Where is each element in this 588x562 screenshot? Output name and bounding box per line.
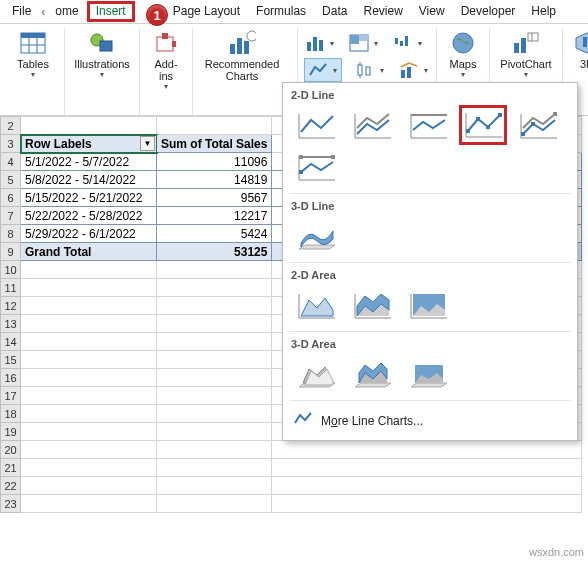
chart-type-area[interactable] bbox=[293, 287, 339, 325]
addins-label: Add- ins bbox=[154, 58, 177, 82]
tab-review[interactable]: Review bbox=[355, 1, 410, 22]
row-header[interactable]: 20 bbox=[1, 441, 21, 459]
maps-button[interactable]: Maps ▾ bbox=[443, 28, 483, 81]
filter-dropdown-icon[interactable]: ▼ bbox=[140, 136, 155, 151]
addins-button[interactable]: Add- ins ▾ bbox=[146, 28, 186, 93]
svg-rect-15 bbox=[307, 42, 311, 51]
tab-page-layout[interactable]: Page Layout bbox=[165, 1, 248, 22]
tab-formulas[interactable]: Formulas bbox=[248, 1, 314, 22]
pivot-cell[interactable]: 14819 bbox=[157, 171, 272, 189]
shapes-icon bbox=[88, 30, 116, 56]
recommended-charts-icon bbox=[228, 30, 256, 56]
illustrations-button[interactable]: Illustrations ▾ bbox=[71, 28, 133, 81]
chart-type-100pct-stacked-area[interactable] bbox=[405, 287, 451, 325]
row-header[interactable]: 18 bbox=[1, 405, 21, 423]
chart-type-100pct-stacked-line-markers[interactable] bbox=[293, 149, 339, 187]
pivotchart-button[interactable]: PivotChart ▾ bbox=[496, 28, 556, 81]
tab-data[interactable]: Data bbox=[314, 1, 355, 22]
svg-rect-7 bbox=[157, 37, 173, 51]
callout-1: 1 bbox=[146, 4, 168, 26]
row-header[interactable]: 8 bbox=[1, 225, 21, 243]
chart-type-3d-100pct-stacked-area[interactable] bbox=[405, 356, 451, 394]
svg-rect-22 bbox=[400, 41, 403, 46]
chevron-down-icon: ▾ bbox=[372, 39, 380, 48]
column-chart-button[interactable]: ▾ bbox=[304, 32, 336, 54]
row-header[interactable]: 3 bbox=[1, 135, 21, 153]
recommended-charts-button[interactable]: Recommended Charts bbox=[199, 28, 285, 84]
pivot-cell[interactable]: 5/29/2022 - 6/1/2022 bbox=[21, 225, 157, 243]
ribbon-tabs: File ‹ ome Insert Page Layout Formulas D… bbox=[0, 0, 588, 24]
pivot-row-labels-header[interactable]: Row Labels ▼ bbox=[21, 135, 157, 153]
row-header[interactable]: 22 bbox=[1, 477, 21, 495]
3d-map-icon bbox=[573, 30, 588, 56]
line-chart-button[interactable]: ▾ bbox=[304, 58, 342, 82]
3d-map-button[interactable]: 3D bbox=[569, 28, 588, 72]
svg-rect-56 bbox=[498, 113, 502, 117]
svg-rect-6 bbox=[100, 41, 112, 51]
svg-rect-1 bbox=[21, 33, 45, 38]
pivot-grand-total-value[interactable]: 53125 bbox=[157, 243, 272, 261]
row-header[interactable]: 6 bbox=[1, 189, 21, 207]
row-header[interactable]: 14 bbox=[1, 333, 21, 351]
svg-rect-37 bbox=[514, 43, 519, 53]
svg-rect-29 bbox=[407, 67, 411, 78]
row-header[interactable]: 5 bbox=[1, 171, 21, 189]
chart-type-stacked-line[interactable] bbox=[349, 107, 395, 145]
tab-scroll-left-icon[interactable]: ‹ bbox=[39, 5, 47, 19]
tab-help[interactable]: Help bbox=[523, 1, 564, 22]
svg-rect-39 bbox=[528, 33, 538, 41]
waterfall-chart-button[interactable]: ▾ bbox=[392, 32, 424, 54]
more-line-charts[interactable]: More Line Charts... bbox=[283, 405, 577, 436]
pivot-grand-total-label[interactable]: Grand Total bbox=[21, 243, 157, 261]
pivot-cell[interactable]: 11096 bbox=[157, 153, 272, 171]
chart-type-stacked-line-markers[interactable] bbox=[515, 107, 561, 145]
pivot-cell[interactable]: 12217 bbox=[157, 207, 272, 225]
chart-type-3d-line[interactable] bbox=[293, 218, 339, 256]
pivot-cell[interactable]: 9567 bbox=[157, 189, 272, 207]
hierarchy-chart-button[interactable]: ▾ bbox=[348, 32, 380, 54]
chart-type-100pct-stacked-line[interactable] bbox=[405, 107, 451, 145]
statistic-chart-button[interactable]: ▾ bbox=[354, 58, 386, 82]
row-header[interactable]: 7 bbox=[1, 207, 21, 225]
tab-insert[interactable]: Insert bbox=[87, 1, 135, 22]
pivot-sum-header[interactable]: Sum of Total Sales bbox=[157, 135, 272, 153]
chart-type-3d-stacked-area[interactable] bbox=[349, 356, 395, 394]
svg-rect-19 bbox=[350, 35, 359, 44]
row-header[interactable]: 21 bbox=[1, 459, 21, 477]
pivot-cell[interactable]: 5/22/2022 - 5/28/2022 bbox=[21, 207, 157, 225]
gallery-section-3d-area: 3-D Area bbox=[291, 338, 569, 350]
row-header[interactable]: 9 bbox=[1, 243, 21, 261]
row-header[interactable]: 13 bbox=[1, 315, 21, 333]
chart-type-stacked-area[interactable] bbox=[349, 287, 395, 325]
tab-file[interactable]: File bbox=[4, 1, 39, 22]
pivot-cell[interactable]: 5424 bbox=[157, 225, 272, 243]
row-header[interactable]: 12 bbox=[1, 297, 21, 315]
row-header[interactable]: 17 bbox=[1, 387, 21, 405]
pivot-cell[interactable]: 5/1/2022 - 5/7/2022 bbox=[21, 153, 157, 171]
chart-type-3d-area[interactable] bbox=[293, 356, 339, 394]
row-header[interactable]: 2 bbox=[1, 117, 21, 135]
tables-label: Tables bbox=[17, 58, 49, 70]
tab-developer[interactable]: Developer bbox=[453, 1, 524, 22]
row-header[interactable]: 15 bbox=[1, 351, 21, 369]
maps-label: Maps bbox=[450, 58, 477, 70]
tab-view[interactable]: View bbox=[411, 1, 453, 22]
chart-type-line-with-markers[interactable] bbox=[459, 105, 507, 145]
row-header[interactable]: 10 bbox=[1, 261, 21, 279]
row-header[interactable]: 16 bbox=[1, 369, 21, 387]
row-header[interactable]: 19 bbox=[1, 423, 21, 441]
combo-chart-button[interactable]: ▾ bbox=[398, 58, 430, 82]
svg-rect-16 bbox=[313, 37, 317, 51]
row-header[interactable]: 23 bbox=[1, 495, 21, 513]
svg-rect-21 bbox=[395, 38, 398, 44]
pivot-cell[interactable]: 5/15/2022 - 5/21/2022 bbox=[21, 189, 157, 207]
more-line-charts-label: More Line Charts... bbox=[321, 414, 423, 428]
row-header[interactable]: 11 bbox=[1, 279, 21, 297]
row-header[interactable]: 4 bbox=[1, 153, 21, 171]
tab-home[interactable]: ome bbox=[47, 1, 86, 22]
chevron-down-icon: ▾ bbox=[422, 66, 430, 75]
pivot-cell[interactable]: 5/8/2022 - 5/14/2022 bbox=[21, 171, 157, 189]
3d-label: 3D bbox=[580, 58, 588, 70]
tables-button[interactable]: Tables ▾ bbox=[8, 28, 58, 81]
chart-type-line[interactable] bbox=[293, 107, 339, 145]
